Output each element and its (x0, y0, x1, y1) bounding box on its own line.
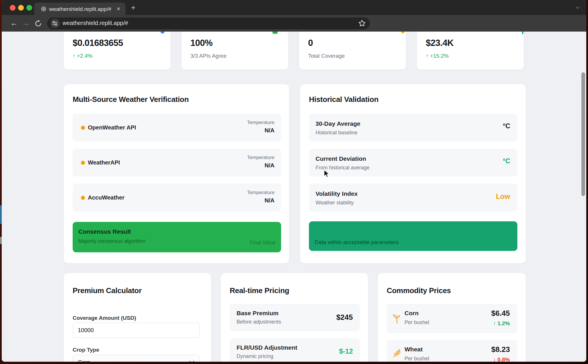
coverage-value: 0 (308, 38, 313, 48)
tvl-value: $23.4K (426, 38, 454, 48)
browser-tab[interactable]: weathershield.replit.app/# × (34, 3, 125, 15)
mouse-cursor (323, 169, 330, 178)
metric-label: Temperature (247, 155, 274, 160)
wallpaper-sliver (0, 237, 2, 244)
commodity-price: $6.45 (491, 309, 510, 318)
consensus-banner: Consensus Result Majority consensus algo… (73, 222, 281, 252)
back-button[interactable]: ← (8, 15, 20, 32)
row-title: FLR/USD Adjustment (237, 344, 297, 351)
wallpaper-sliver (0, 205, 2, 224)
tab-strip: weathershield.replit.app/# × + (2, 0, 586, 15)
wheat-icon (392, 348, 402, 359)
realtime-pricing-panel: Real-time Pricing Base Premium Before ad… (220, 273, 368, 362)
metric-label: Temperature (247, 120, 274, 125)
source-row-openweather: OpenWeather API Temperature N/A (73, 114, 281, 142)
address-bar[interactable]: weathershield.replit.app/# (47, 18, 370, 29)
forward-button[interactable]: → (20, 15, 32, 32)
validation-banner-text: Data within acceptable parameters (315, 239, 399, 245)
row-title: Current Deviation (316, 155, 366, 162)
source-row-weatherapi: WeatherAPI Temperature N/A (73, 149, 281, 177)
globe-favicon-icon (40, 6, 47, 12)
commodity-change: ↑ 1.2% (493, 320, 510, 327)
commodity-row-corn: Corn Per bushel $6.45 ↑ 1.2% (387, 304, 517, 333)
status-dot-icon (81, 161, 85, 165)
price-trend: ↑ +2.4% (73, 53, 92, 59)
tune-icon (52, 21, 58, 26)
price-icon-fragment (160, 32, 165, 34)
consensus-banner-subtitle: Majority consensus algorithm (78, 238, 145, 244)
coverage-sub: Total Coverage (308, 53, 345, 59)
coverage-amount-input[interactable] (73, 323, 200, 338)
stat-card-consensus: 100% 3/3 APIs Agree (181, 32, 289, 70)
close-window-button[interactable] (10, 5, 16, 11)
bookmark-star-icon[interactable] (358, 19, 366, 28)
reload-button[interactable] (34, 20, 42, 27)
row-title: 30-Day Average (316, 120, 360, 127)
validation-row-volatility: Volatility Index Weather stability Low (309, 184, 517, 212)
source-name: AccuWeather (88, 194, 124, 201)
page-content: $0.01683655 ↑ +2.4% 100% 3/3 APIs Agree … (2, 32, 586, 362)
row-value: °C (503, 157, 510, 165)
zoom-window-button[interactable] (26, 5, 32, 11)
row-value: °C (503, 122, 510, 130)
commodity-price: $8.23 (491, 345, 510, 354)
coverage-amount-label: Coverage Amount (USD) (73, 315, 136, 321)
commodity-change: ↓ 0.8% (493, 357, 510, 362)
validation-row-average: 30-Day Average Historical baseline °C (309, 114, 517, 142)
validation-row-deviation: Current Deviation From historical averag… (309, 149, 517, 177)
metric-label: Temperature (247, 190, 274, 195)
pricing-row-base: Base Premium Before adjustments $245 (230, 304, 360, 331)
sprout-icon (392, 313, 402, 324)
consensus-sub: 3/3 APIs Agree (190, 53, 227, 59)
consensus-value: 100% (190, 38, 212, 48)
row-subtitle: Before adjustments (237, 319, 281, 325)
validation-panel: Historical Validation 30-Day Average His… (300, 84, 526, 264)
tab-close-icon[interactable]: × (117, 5, 120, 13)
chevron-down-icon (189, 361, 194, 362)
row-subtitle: Dynamic pricing (237, 353, 273, 359)
browser-toolbar: ← → weathershield.replit.app/# i (2, 15, 586, 32)
calculator-title: Premium Calculator (73, 286, 142, 295)
site-controls-button[interactable] (50, 19, 60, 28)
row-value: Low (496, 192, 510, 201)
row-title: Base Premium (237, 310, 278, 317)
tvl-trend: ↑ +15.2% (426, 53, 449, 59)
status-dot-icon (81, 196, 85, 200)
metric-value: N/A (265, 162, 274, 169)
metric-value: N/A (265, 127, 274, 134)
commodity-name: Wheat (405, 346, 423, 353)
stat-card-price: $0.01683655 ↑ +2.4% (63, 32, 171, 70)
minimize-window-button[interactable] (18, 5, 24, 11)
source-row-accuweather: AccuWeather Temperature N/A (73, 184, 281, 212)
new-tab-button[interactable]: + (128, 4, 138, 11)
commodity-unit: Per bushel (405, 356, 429, 362)
source-name: OpenWeather API (88, 124, 136, 131)
coverage-icon-fragment (401, 32, 405, 33)
verification-panel: Multi-Source Weather Verification OpenWe… (63, 84, 289, 264)
tab-search-chevron-icon[interactable] (576, 5, 579, 9)
consensus-banner-title: Consensus Result (78, 228, 131, 235)
stat-card-coverage: 0 Total Coverage (299, 32, 406, 70)
commodities-title: Commodity Prices (387, 286, 451, 295)
url-text: weathershield.replit.app/# (63, 20, 128, 26)
status-dot-icon (81, 126, 85, 130)
row-title: Volatility Index (316, 190, 358, 197)
commodity-row-wheat: Wheat Per bushel $8.23 ↓ 0.8% (387, 340, 517, 362)
crop-type-select[interactable]: Corn (73, 355, 200, 362)
row-subtitle: Historical baseline (316, 130, 357, 136)
tvl-icon-fragment (522, 32, 523, 34)
commodity-name: Corn (405, 310, 419, 317)
tab-title: weathershield.replit.app/# (49, 6, 111, 12)
crop-type-value: Corn (78, 359, 90, 362)
commodity-unit: Per bushel (405, 320, 429, 326)
crop-type-label: Crop Type (73, 347, 99, 353)
commodity-prices-panel: Commodity Prices Corn Per bushel $6.45 ↑… (378, 273, 526, 362)
row-subtitle: Weather stability (316, 200, 354, 206)
row-value: $-12 (339, 347, 353, 355)
price-value: $0.01683655 (73, 38, 123, 48)
scrollbar-thumb[interactable] (581, 72, 585, 196)
pricing-title: Real-time Pricing (230, 286, 289, 295)
validation-title: Historical Validation (309, 95, 378, 104)
premium-calculator-panel: Premium Calculator Coverage Amount (USD)… (63, 273, 211, 362)
validation-banner: Data within acceptable parameters (309, 221, 517, 251)
